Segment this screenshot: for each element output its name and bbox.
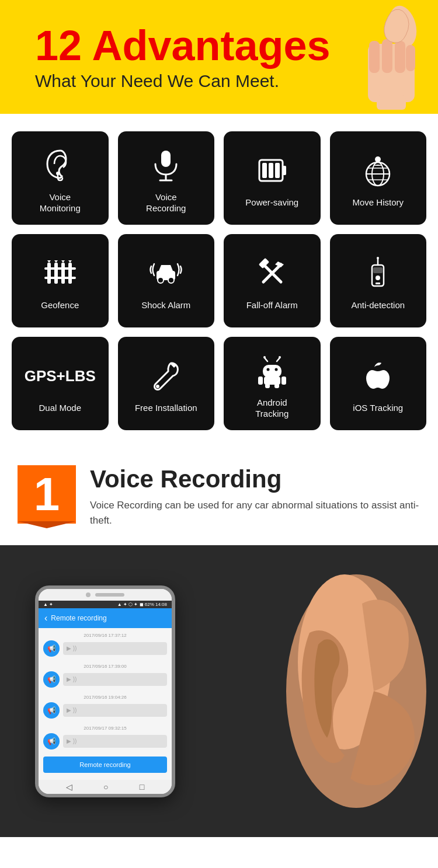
svg-rect-51 (274, 384, 279, 388)
svg-rect-24 (47, 263, 51, 284)
svg-point-21 (375, 156, 381, 162)
svg-point-57 (279, 356, 281, 358)
adv-gps-lbs: GPS+LBS Dual Mode (12, 337, 109, 430)
nav-recent-icon[interactable]: □ (140, 782, 144, 792)
voice-section-description: Voice Recording can be used for any car … (90, 498, 420, 528)
phone-bottom-bar: ◁ ○ □ (39, 780, 172, 794)
svg-rect-3 (382, 39, 392, 73)
anti-detection-icon (357, 253, 398, 294)
remote-recording-btn[interactable]: Remote recording (43, 757, 167, 773)
hand-area (193, 545, 438, 837)
svg-rect-4 (395, 41, 405, 73)
svg-rect-14 (269, 163, 273, 178)
adv-fall-off-alarm: Fall-off Alarm (224, 234, 321, 327)
nav-back-icon[interactable]: ◁ (66, 782, 72, 792)
play-icon-4[interactable]: 📢 (43, 733, 60, 750)
fall-off-alarm-label: Fall-off Alarm (246, 299, 298, 311)
play-icon-3[interactable]: 📢 (43, 702, 60, 719)
adv-voice-monitoring: VoiceMonitoring (12, 131, 109, 225)
adv-power-saving: Power-saving (224, 131, 321, 225)
waveform-1: ▶ )) (63, 642, 167, 655)
anti-detection-label: Anti-detection (351, 299, 405, 311)
power-saving-icon (252, 150, 293, 191)
power-saving-label: Power-saving (245, 197, 298, 208)
adv-anti-detection: Anti-detection (330, 234, 427, 327)
svg-point-33 (158, 277, 164, 283)
ios-tracking-label: iOS Tracking (353, 402, 403, 414)
svg-point-41 (376, 276, 380, 280)
timestamp-3: 2017/09/16 19:04:26 (43, 695, 167, 700)
advantages-grid: VoiceMonitoring VoiceRecording (12, 131, 426, 430)
voice-recording-section: 1 Voice Recording Voice Recording can be… (0, 442, 438, 545)
svg-rect-2 (369, 41, 380, 73)
nav-home-icon[interactable]: ○ (103, 782, 108, 792)
voice-recording-label: VoiceRecording (146, 191, 186, 214)
svg-line-55 (277, 358, 280, 361)
phone-app-bar: ‹ Remote recording (39, 608, 172, 628)
adv-ios-tracking: iOS Tracking (330, 337, 427, 430)
thumb-icon (333, 3, 426, 111)
play-icon-2[interactable]: 📢 (43, 671, 60, 688)
svg-point-56 (263, 356, 266, 358)
adv-voice-recording: VoiceRecording (118, 131, 215, 225)
recording-item-4: 2017/09/17 09:32:15 📢 ▶ )) (43, 726, 167, 750)
waveform-4: ▶ )) (63, 735, 167, 748)
svg-point-47 (266, 368, 269, 371)
voice-text-block: Voice Recording Voice Recording can be u… (90, 465, 420, 528)
free-installation-icon (145, 355, 186, 396)
gps-lbs-icon: GPS+LBS (40, 355, 81, 396)
ios-tracking-icon (357, 355, 398, 396)
svg-rect-5 (406, 45, 415, 71)
phone-content: 2017/09/16 17:37:12 📢 ▶ )) 2017/09/16 17… (39, 628, 172, 780)
svg-marker-29 (54, 260, 58, 263)
android-tracking-icon (252, 350, 293, 391)
hand-illustration (193, 545, 438, 837)
fall-off-alarm-icon (252, 253, 293, 294)
svg-rect-50 (265, 384, 270, 388)
recording-item-3: 2017/09/16 19:04:26 📢 ▶ )) (43, 695, 167, 719)
svg-point-45 (156, 385, 159, 388)
svg-line-54 (265, 358, 267, 361)
recording-item-2: 2017/09/16 17:39:00 📢 ▶ )) (43, 664, 167, 688)
adv-free-installation: Free Installation (118, 337, 215, 430)
svg-rect-46 (263, 365, 281, 378)
move-history-icon (357, 150, 398, 191)
voice-recording-icon (145, 145, 186, 186)
svg-rect-27 (68, 263, 72, 284)
voice-monitoring-icon (40, 145, 81, 186)
svg-rect-25 (54, 263, 58, 284)
adv-android-tracking: AndroidTracking (224, 337, 321, 430)
geofence-label: Geofence (41, 299, 79, 311)
recording-row-4: 📢 ▶ )) (43, 733, 167, 750)
recording-row-3: 📢 ▶ )) (43, 702, 167, 719)
svg-marker-36 (275, 262, 284, 267)
play-icon-1[interactable]: 📢 (43, 640, 60, 657)
voice-monitoring-label: VoiceMonitoring (40, 191, 81, 214)
timestamp-1: 2017/09/16 17:37:12 (43, 633, 167, 638)
svg-rect-6 (377, 95, 406, 110)
svg-marker-28 (47, 260, 51, 263)
phone-top-bar (39, 589, 172, 601)
timestamp-2: 2017/09/16 17:39:00 (43, 664, 167, 669)
gps-lbs-label: Dual Mode (39, 402, 81, 414)
svg-rect-13 (262, 163, 267, 178)
svg-point-48 (274, 368, 277, 371)
waveform-2: ▶ )) (63, 673, 167, 686)
timestamp-4: 2017/09/17 09:32:15 (43, 726, 167, 731)
svg-point-44 (377, 257, 379, 259)
svg-rect-40 (373, 267, 383, 273)
section-number: 1 (18, 465, 76, 524)
back-arrow-icon[interactable]: ‹ (44, 613, 47, 623)
svg-rect-42 (376, 283, 380, 284)
phone-section: ▲ ✦ ▲ ✦ ⬡ ✦ ◼ 62% 14:08 ‹ Remote recordi… (0, 545, 438, 837)
phone-status-bar: ▲ ✦ ▲ ✦ ⬡ ✦ ◼ 62% 14:08 (39, 601, 172, 608)
svg-rect-49 (264, 377, 280, 385)
phone-camera (86, 592, 91, 597)
recording-item-1: 2017/09/16 17:37:12 📢 ▶ )) (43, 633, 167, 657)
app-bar-title: Remote recording (51, 614, 106, 622)
svg-marker-31 (68, 260, 72, 263)
free-installation-label: Free Installation (135, 402, 197, 414)
header-banner: 12 Advantages What Your Need We Can Meet… (0, 0, 438, 114)
svg-rect-8 (161, 151, 171, 167)
waveform-3: ▶ )) (63, 704, 167, 717)
